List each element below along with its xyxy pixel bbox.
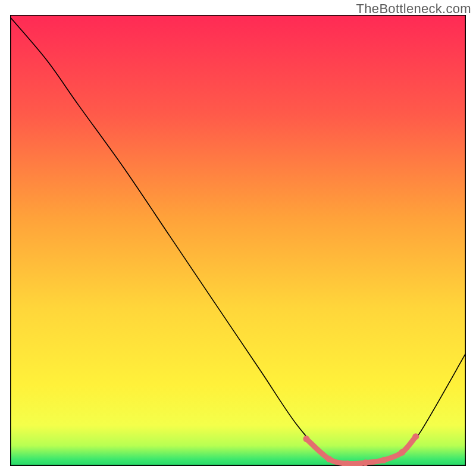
plot-frame [10, 15, 466, 466]
highlight-dot [381, 457, 387, 464]
highlight-dot [399, 449, 405, 456]
plot-svg [10, 15, 466, 466]
highlight-dot [326, 456, 333, 462]
highlight-dot [303, 436, 309, 442]
highlight-dot [362, 459, 369, 466]
chart-container: TheBottleneck.com [0, 0, 476, 476]
highlight-dot [412, 433, 419, 440]
watermark-text: TheBottleneck.com [356, 1, 471, 17]
plot-background [10, 15, 466, 466]
